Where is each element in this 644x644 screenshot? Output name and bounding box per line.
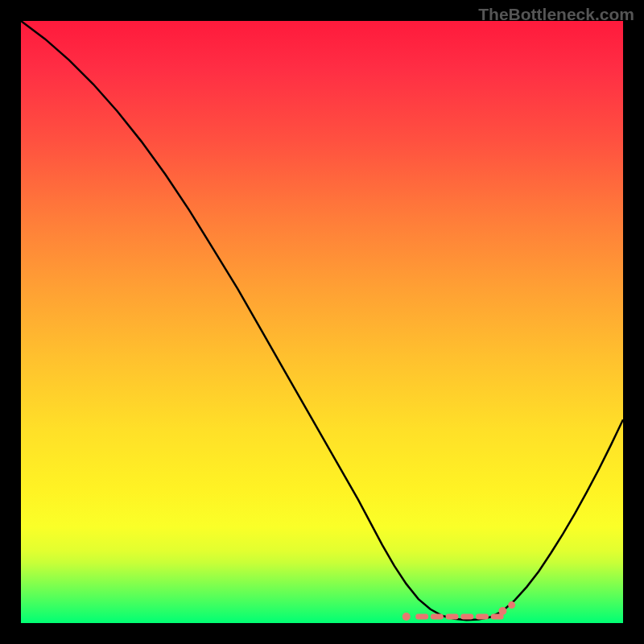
svg-point-0 bbox=[402, 613, 411, 621]
svg-point-7 bbox=[498, 607, 506, 615]
plot-area bbox=[21, 21, 623, 623]
chart-svg bbox=[21, 21, 623, 623]
bottleneck-curve bbox=[21, 21, 623, 620]
svg-point-8 bbox=[508, 601, 515, 609]
watermark: TheBottleneck.com bbox=[478, 5, 634, 24]
flat-region-markers bbox=[402, 601, 515, 621]
